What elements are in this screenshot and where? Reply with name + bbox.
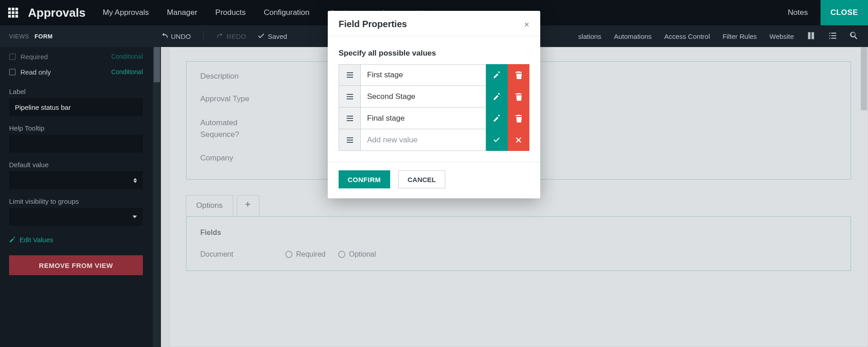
trash-icon: [514, 93, 523, 101]
value-row: [339, 64, 529, 86]
cancel-value-button[interactable]: [508, 129, 529, 151]
trash-icon: [514, 71, 523, 79]
trash-icon: [514, 114, 523, 122]
modal-close-icon[interactable]: ×: [524, 20, 529, 29]
drag-handle-icon[interactable]: [339, 108, 360, 129]
close-icon: [514, 136, 523, 144]
confirm-button[interactable]: CONFIRM: [339, 170, 390, 188]
check-icon: [493, 136, 501, 144]
value-row: [339, 108, 529, 129]
confirm-value-button[interactable]: [486, 129, 508, 151]
delete-value-button[interactable]: [508, 64, 529, 86]
value-row: [339, 86, 529, 108]
edit-value-button[interactable]: [486, 86, 508, 108]
delete-value-button[interactable]: [508, 108, 529, 129]
cancel-button[interactable]: CANCEL: [398, 170, 446, 188]
modal-overlay: Field Properties × Specify all possible …: [0, 0, 868, 347]
modal-title: Field Properties: [339, 19, 407, 29]
drag-handle-icon[interactable]: [339, 129, 360, 151]
pencil-icon: [493, 71, 501, 79]
drag-handle-icon[interactable]: [339, 86, 360, 108]
value-input[interactable]: [360, 108, 486, 129]
pencil-icon: [493, 93, 501, 101]
value-input[interactable]: [360, 86, 486, 108]
field-properties-modal: Field Properties × Specify all possible …: [328, 11, 540, 198]
drag-handle-icon[interactable]: [339, 64, 360, 86]
modal-subtitle: Specify all possible values: [339, 49, 529, 58]
edit-value-button[interactable]: [486, 108, 508, 129]
pencil-icon: [493, 114, 501, 122]
edit-value-button[interactable]: [486, 64, 508, 86]
delete-value-button[interactable]: [508, 86, 529, 108]
value-input[interactable]: [360, 64, 486, 86]
value-row-new: [339, 129, 529, 151]
add-value-input[interactable]: [360, 129, 486, 151]
